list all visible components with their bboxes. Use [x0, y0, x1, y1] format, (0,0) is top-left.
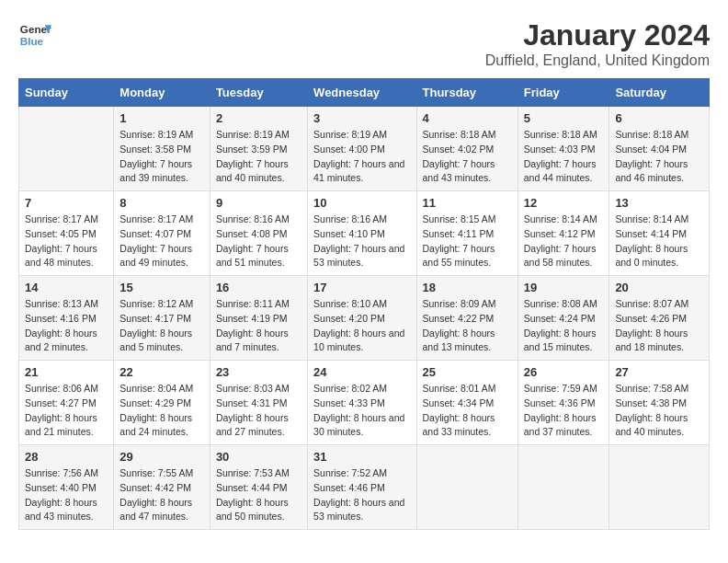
- weekday-header-sunday: Sunday: [19, 79, 114, 107]
- day-info: Sunrise: 7:59 AMSunset: 4:36 PMDaylight:…: [524, 382, 604, 440]
- day-number: 26: [524, 365, 604, 379]
- day-info: Sunrise: 7:58 AMSunset: 4:38 PMDaylight:…: [615, 382, 703, 440]
- page-header: General Blue January 2024 Duffield, Engl…: [18, 18, 710, 69]
- logo: General Blue: [18, 18, 51, 52]
- day-info: Sunrise: 8:16 AMSunset: 4:10 PMDaylight:…: [313, 213, 410, 270]
- calendar-cell: 14Sunrise: 8:13 AMSunset: 4:16 PMDayligh…: [19, 276, 114, 361]
- calendar-cell: 2Sunrise: 8:19 AMSunset: 3:59 PMDaylight…: [210, 107, 307, 191]
- day-number: 14: [25, 281, 108, 294]
- calendar-cell: 30Sunrise: 7:53 AMSunset: 4:44 PMDayligh…: [210, 445, 307, 530]
- calendar-cell: 24Sunrise: 8:02 AMSunset: 4:33 PMDayligh…: [308, 361, 416, 445]
- logo-icon: General Blue: [18, 18, 51, 52]
- day-info: Sunrise: 7:52 AMSunset: 4:46 PMDaylight:…: [313, 466, 410, 524]
- day-number: 22: [119, 365, 204, 379]
- calendar-cell: 11Sunrise: 8:15 AMSunset: 4:11 PMDayligh…: [416, 191, 518, 276]
- day-info: Sunrise: 8:18 AMSunset: 4:04 PMDaylight:…: [615, 128, 703, 186]
- day-number: 6: [615, 111, 703, 125]
- day-number: 11: [423, 196, 512, 210]
- calendar-table: SundayMondayTuesdayWednesdayThursdayFrid…: [18, 78, 710, 530]
- calendar-cell: 29Sunrise: 7:55 AMSunset: 4:42 PMDayligh…: [114, 445, 210, 530]
- day-number: 3: [313, 111, 410, 125]
- calendar-cell: 15Sunrise: 8:12 AMSunset: 4:17 PMDayligh…: [114, 276, 210, 361]
- day-number: 13: [615, 196, 703, 210]
- title-block: January 2024 Duffield, England, United K…: [485, 18, 710, 69]
- calendar-cell: 6Sunrise: 8:18 AMSunset: 4:04 PMDaylight…: [609, 107, 710, 191]
- calendar-cell: 21Sunrise: 8:06 AMSunset: 4:27 PMDayligh…: [19, 361, 114, 445]
- day-number: 1: [119, 111, 204, 125]
- day-info: Sunrise: 8:16 AMSunset: 4:08 PMDaylight:…: [216, 213, 301, 270]
- calendar-cell: 4Sunrise: 8:18 AMSunset: 4:02 PMDaylight…: [416, 107, 518, 191]
- calendar-week-row: 7Sunrise: 8:17 AMSunset: 4:05 PMDaylight…: [19, 191, 710, 276]
- weekday-header-friday: Friday: [518, 79, 609, 107]
- calendar-cell: 1Sunrise: 8:19 AMSunset: 3:58 PMDaylight…: [114, 107, 210, 191]
- weekday-header-tuesday: Tuesday: [210, 79, 307, 107]
- day-number: 5: [524, 111, 604, 125]
- day-number: 29: [119, 450, 204, 464]
- calendar-cell: 23Sunrise: 8:03 AMSunset: 4:31 PMDayligh…: [210, 361, 307, 445]
- day-number: 4: [423, 111, 512, 125]
- weekday-header-saturday: Saturday: [609, 79, 710, 107]
- calendar-cell: [416, 445, 518, 530]
- day-info: Sunrise: 8:17 AMSunset: 4:07 PMDaylight:…: [119, 213, 204, 270]
- day-number: 17: [313, 281, 410, 294]
- calendar-cell: 9Sunrise: 8:16 AMSunset: 4:08 PMDaylight…: [210, 191, 307, 276]
- month-title: January 2024: [485, 18, 710, 52]
- day-number: 19: [524, 281, 604, 294]
- calendar-cell: [19, 107, 114, 191]
- day-number: 9: [216, 196, 301, 210]
- calendar-cell: 8Sunrise: 8:17 AMSunset: 4:07 PMDaylight…: [114, 191, 210, 276]
- day-info: Sunrise: 8:04 AMSunset: 4:29 PMDaylight:…: [119, 382, 204, 440]
- day-number: 16: [216, 281, 301, 294]
- day-info: Sunrise: 8:15 AMSunset: 4:11 PMDaylight:…: [423, 213, 512, 270]
- calendar-week-row: 21Sunrise: 8:06 AMSunset: 4:27 PMDayligh…: [19, 361, 710, 445]
- calendar-week-row: 28Sunrise: 7:56 AMSunset: 4:40 PMDayligh…: [19, 445, 710, 530]
- day-number: 2: [216, 111, 301, 125]
- day-info: Sunrise: 7:55 AMSunset: 4:42 PMDaylight:…: [119, 466, 204, 524]
- day-number: 18: [423, 281, 512, 294]
- day-info: Sunrise: 8:19 AMSunset: 3:59 PMDaylight:…: [216, 128, 301, 186]
- calendar-cell: 5Sunrise: 8:18 AMSunset: 4:03 PMDaylight…: [518, 107, 609, 191]
- weekday-header-row: SundayMondayTuesdayWednesdayThursdayFrid…: [19, 79, 710, 107]
- day-info: Sunrise: 8:14 AMSunset: 4:14 PMDaylight:…: [615, 213, 703, 270]
- day-number: 28: [25, 450, 108, 464]
- day-info: Sunrise: 8:18 AMSunset: 4:03 PMDaylight:…: [524, 128, 604, 186]
- calendar-week-row: 1Sunrise: 8:19 AMSunset: 3:58 PMDaylight…: [19, 107, 710, 191]
- day-info: Sunrise: 8:11 AMSunset: 4:19 PMDaylight:…: [216, 297, 301, 355]
- day-info: Sunrise: 8:18 AMSunset: 4:02 PMDaylight:…: [423, 128, 512, 186]
- day-info: Sunrise: 8:13 AMSunset: 4:16 PMDaylight:…: [25, 297, 108, 355]
- day-info: Sunrise: 8:03 AMSunset: 4:31 PMDaylight:…: [216, 382, 301, 440]
- day-info: Sunrise: 8:12 AMSunset: 4:17 PMDaylight:…: [119, 297, 204, 355]
- day-info: Sunrise: 8:01 AMSunset: 4:34 PMDaylight:…: [423, 382, 512, 440]
- weekday-header-thursday: Thursday: [416, 79, 518, 107]
- calendar-cell: [609, 445, 710, 530]
- weekday-header-monday: Monday: [114, 79, 210, 107]
- svg-text:Blue: Blue: [20, 35, 44, 47]
- day-number: 10: [313, 196, 410, 210]
- calendar-cell: 31Sunrise: 7:52 AMSunset: 4:46 PMDayligh…: [308, 445, 416, 530]
- calendar-cell: 3Sunrise: 8:19 AMSunset: 4:00 PMDaylight…: [308, 107, 416, 191]
- day-info: Sunrise: 8:02 AMSunset: 4:33 PMDaylight:…: [313, 382, 410, 440]
- calendar-cell: 20Sunrise: 8:07 AMSunset: 4:26 PMDayligh…: [609, 276, 710, 361]
- calendar-cell: 26Sunrise: 7:59 AMSunset: 4:36 PMDayligh…: [518, 361, 609, 445]
- day-info: Sunrise: 8:14 AMSunset: 4:12 PMDaylight:…: [524, 213, 604, 270]
- calendar-cell: 7Sunrise: 8:17 AMSunset: 4:05 PMDaylight…: [19, 191, 114, 276]
- calendar-cell: 22Sunrise: 8:04 AMSunset: 4:29 PMDayligh…: [114, 361, 210, 445]
- calendar-cell: 13Sunrise: 8:14 AMSunset: 4:14 PMDayligh…: [609, 191, 710, 276]
- day-number: 8: [119, 196, 204, 210]
- day-number: 31: [313, 450, 410, 464]
- day-number: 25: [423, 365, 512, 379]
- calendar-cell: 25Sunrise: 8:01 AMSunset: 4:34 PMDayligh…: [416, 361, 518, 445]
- day-number: 23: [216, 365, 301, 379]
- day-info: Sunrise: 8:06 AMSunset: 4:27 PMDaylight:…: [25, 382, 108, 440]
- day-number: 24: [313, 365, 410, 379]
- day-number: 30: [216, 450, 301, 464]
- day-info: Sunrise: 8:19 AMSunset: 4:00 PMDaylight:…: [313, 128, 410, 186]
- calendar-cell: 10Sunrise: 8:16 AMSunset: 4:10 PMDayligh…: [308, 191, 416, 276]
- location: Duffield, England, United Kingdom: [485, 52, 710, 69]
- day-number: 27: [615, 365, 703, 379]
- calendar-cell: 17Sunrise: 8:10 AMSunset: 4:20 PMDayligh…: [308, 276, 416, 361]
- day-info: Sunrise: 8:07 AMSunset: 4:26 PMDaylight:…: [615, 297, 703, 355]
- weekday-header-wednesday: Wednesday: [308, 79, 416, 107]
- calendar-cell: 18Sunrise: 8:09 AMSunset: 4:22 PMDayligh…: [416, 276, 518, 361]
- calendar-week-row: 14Sunrise: 8:13 AMSunset: 4:16 PMDayligh…: [19, 276, 710, 361]
